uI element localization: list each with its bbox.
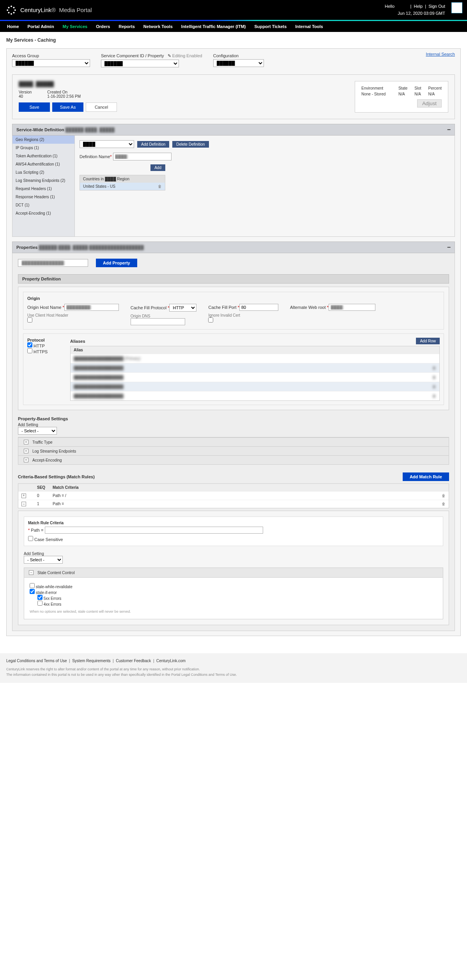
- 4xx-errors-checkbox[interactable]: [37, 601, 42, 606]
- trash-icon[interactable]: 🗑: [432, 384, 436, 389]
- nav-network-tools[interactable]: Network Tools: [143, 24, 173, 29]
- footer-legal[interactable]: Legal Conditions and Terms of Use: [6, 659, 67, 663]
- country-row: United States - US🗑: [80, 183, 165, 190]
- add-setting-select[interactable]: - Select -: [18, 427, 57, 435]
- add-property-button[interactable]: Add Property: [96, 259, 137, 267]
- rule-add-setting-select[interactable]: - Select -: [24, 556, 63, 564]
- help-link[interactable]: Help: [414, 4, 423, 9]
- alias-col-header: Alias: [71, 346, 439, 354]
- side-res-headers[interactable]: Response Headers (1): [12, 193, 74, 201]
- svg-point-1: [13, 7, 15, 8]
- stale-while-revalidate-checkbox[interactable]: [30, 583, 35, 588]
- trash-icon[interactable]: 🗑: [432, 366, 436, 370]
- internal-search-link[interactable]: Internal Search: [426, 52, 455, 56]
- trash-icon[interactable]: 🗑: [442, 502, 446, 506]
- side-log-stream[interactable]: Log Streaming Endpoints (2): [12, 176, 74, 185]
- trash-icon[interactable]: 🗑: [432, 375, 436, 379]
- property-definition-header: Property Definition: [18, 274, 449, 284]
- path-input[interactable]: [45, 527, 263, 534]
- nav-my-services[interactable]: My Services: [63, 24, 88, 29]
- add-country-button[interactable]: Add: [150, 164, 165, 171]
- 5xx-errors-checkbox[interactable]: [37, 595, 42, 600]
- version-value: 40: [19, 94, 32, 99]
- stale-content-body: stale-while-revalidate stale-if-error 5x…: [24, 578, 443, 619]
- header-right: Hello ████ | Help | Sign Out Jun 12, 202…: [385, 3, 445, 17]
- side-aws4-auth[interactable]: AWS4 Authentification (1): [12, 160, 74, 168]
- definition-select[interactable]: ████: [80, 140, 134, 148]
- side-accept-enc[interactable]: Accept-Encoding (1): [12, 209, 74, 217]
- svg-point-0: [11, 5, 12, 7]
- alias-table: Alias ██████████████████ (Primary) █████…: [70, 346, 440, 401]
- collapse-icon[interactable]: −: [21, 502, 26, 506]
- alt-web-root-input[interactable]: [329, 304, 375, 311]
- nav-home[interactable]: Home: [7, 24, 19, 29]
- cache-fill-protocol-select[interactable]: HTTP: [169, 304, 196, 312]
- origin-dns-input[interactable]: [131, 318, 185, 325]
- sw-sidebar: Geo Regions (2) IP Groups (1) Token Auth…: [12, 136, 75, 236]
- expand-icon[interactable]: +: [21, 494, 26, 498]
- add-definition-button[interactable]: Add Definition: [137, 141, 169, 148]
- delete-definition-button[interactable]: Delete Definition: [172, 141, 209, 148]
- footer-sysreq[interactable]: System Requirements: [72, 659, 110, 663]
- http-checkbox[interactable]: [27, 342, 32, 347]
- svg-point-5: [8, 12, 10, 13]
- side-ip-groups[interactable]: IP Groups (1): [12, 144, 74, 152]
- side-geo-regions[interactable]: Geo Regions (2): [12, 136, 74, 144]
- svc-comp-select[interactable]: ██████: [101, 60, 179, 67]
- access-group-label: Access Group: [12, 53, 90, 58]
- expand-icon[interactable]: +: [24, 449, 28, 453]
- trash-icon[interactable]: 🗑: [158, 184, 162, 189]
- nav-portal-admin[interactable]: Portal Admin: [28, 24, 54, 29]
- created-value: 1-16-2020 2:56 PM: [47, 94, 81, 99]
- ignore-invalid-cert-checkbox[interactable]: [208, 317, 213, 323]
- collapse-icon[interactable]: −: [447, 126, 451, 133]
- property-settings-list: +Traffic Type +Log Streaming Endpoints +…: [18, 437, 449, 465]
- footer-cl-com[interactable]: CenturyLink.com: [156, 659, 186, 663]
- partner-badge: [451, 2, 462, 13]
- stale-content-header[interactable]: −Stale Content Control: [24, 568, 443, 578]
- cancel-button[interactable]: Cancel: [86, 102, 117, 112]
- expand-icon[interactable]: +: [24, 458, 28, 462]
- match-rule-detail: Match Rule Criteria * Path = Case Sensit…: [18, 511, 449, 625]
- signout-link[interactable]: Sign Out: [428, 4, 445, 9]
- nav-internal[interactable]: Internal Tools: [295, 24, 323, 29]
- origin-host-input[interactable]: [64, 304, 119, 311]
- nav-orders[interactable]: Orders: [96, 24, 110, 29]
- nav-itm[interactable]: Intelligent Traffic Manager (ITM): [181, 24, 246, 29]
- collapse-icon[interactable]: −: [29, 570, 34, 575]
- footer-feedback[interactable]: Customer Feedback: [116, 659, 151, 663]
- save-button[interactable]: Save: [19, 102, 50, 112]
- expand-icon[interactable]: +: [24, 440, 28, 444]
- config-select[interactable]: ██████: [213, 59, 264, 67]
- add-row-button[interactable]: Add Row: [416, 338, 440, 344]
- side-token-auth[interactable]: Token Authentication (1): [12, 152, 74, 160]
- properties-header[interactable]: Properties ██████ ████_█████ ███████████…: [12, 241, 455, 253]
- criteria-settings-title: Criteria-Based Settings (Match Rules): [18, 474, 95, 479]
- collapse-icon[interactable]: −: [447, 244, 451, 251]
- adjust-button[interactable]: Adjust: [417, 99, 442, 108]
- trash-icon[interactable]: 🗑: [432, 394, 436, 398]
- nav-reports[interactable]: Reports: [119, 24, 135, 29]
- service-summary: ████_█████ Version40 Created On1-16-2020…: [12, 74, 455, 119]
- nav-support[interactable]: Support Tickets: [254, 24, 287, 29]
- add-match-rule-button[interactable]: Add Match Rule: [403, 472, 449, 481]
- case-sensitive-checkbox[interactable]: [28, 536, 33, 541]
- property-select[interactable]: ██████████████: [18, 259, 88, 267]
- access-group-select[interactable]: ██████: [12, 59, 90, 67]
- environment-box: EnvironmentStateSlotPercent None - Store…: [355, 81, 448, 113]
- svg-point-3: [13, 12, 15, 13]
- countries-box: Countries in ████ Region United States -…: [80, 175, 165, 190]
- service-wide-header[interactable]: Service-Wide Definition ██████ ████_████…: [12, 124, 455, 136]
- use-client-host-checkbox[interactable]: [27, 317, 32, 323]
- cache-fill-port-input[interactable]: [239, 304, 278, 311]
- side-req-headers[interactable]: Request Headers (1): [12, 185, 74, 193]
- trash-icon[interactable]: 🗑: [442, 494, 446, 498]
- stale-if-error-checkbox[interactable]: [30, 589, 35, 594]
- criteria-table: SEQMatch Criteria +0Path = /🗑 −1Path =🗑: [18, 483, 449, 508]
- save-as-button[interactable]: Save As: [52, 102, 83, 112]
- side-lua[interactable]: Lua Scripting (2): [12, 168, 74, 176]
- side-dct[interactable]: DCT (1): [12, 201, 74, 209]
- definition-name-input[interactable]: [113, 153, 172, 160]
- logo: CenturyLink® Media Portal: [6, 5, 92, 15]
- https-checkbox[interactable]: [27, 348, 32, 353]
